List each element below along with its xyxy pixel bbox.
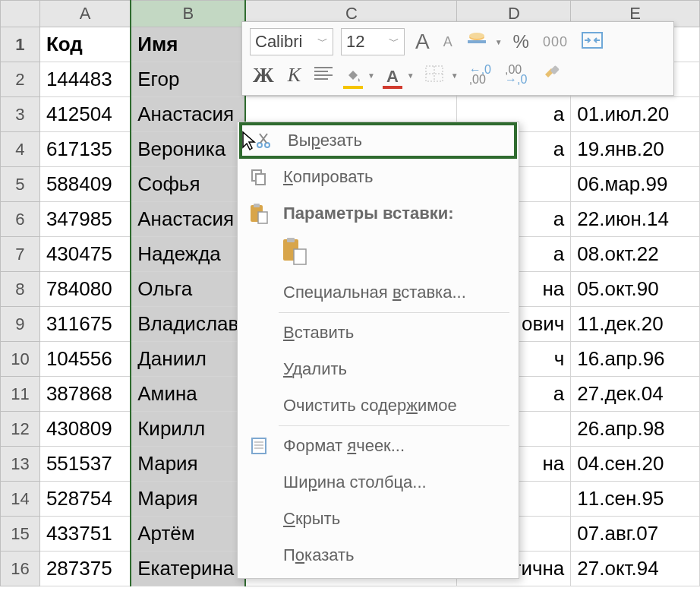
context-menu-paste-options-label: Параметры вставки: (238, 195, 519, 232)
cell[interactable]: Владислав (131, 307, 245, 342)
font-size-select[interactable]: 12 ﹀ (341, 28, 405, 55)
row-header[interactable]: 16 (1, 552, 40, 586)
cell[interactable]: 144483 (39, 62, 131, 97)
cell[interactable]: 08.окт.22 (571, 237, 700, 272)
cell[interactable]: Анастасия (131, 97, 245, 132)
cell[interactable]: Код (39, 27, 131, 62)
row-header[interactable]: 1 (1, 27, 40, 62)
cell[interactable]: 287375 (39, 552, 131, 586)
increase-decimal-button[interactable]: ←,0,00 (466, 64, 494, 87)
cell[interactable]: Ольга (131, 272, 245, 307)
cell[interactable]: 551537 (39, 447, 131, 482)
cell[interactable]: 11.сен.95 (571, 482, 700, 517)
row-header[interactable]: 5 (1, 167, 40, 202)
cell[interactable]: 528754 (39, 482, 131, 517)
row-header[interactable]: 14 (1, 482, 40, 517)
font-name-select[interactable]: Calibri ﹀ (250, 28, 333, 55)
cell[interactable]: 27.дек.04 (571, 377, 700, 412)
cell[interactable]: 05.окт.90 (571, 272, 700, 307)
font-color-button[interactable]: A (383, 69, 402, 81)
context-menu-column-width[interactable]: Ширина столбца... (238, 464, 519, 501)
context-menu-insert[interactable]: Вставить (238, 314, 519, 351)
cell[interactable]: Софья (131, 167, 245, 202)
cell[interactable]: 26.апр.98 (571, 412, 700, 447)
fill-color-button[interactable] (343, 69, 363, 81)
context-menu-clear[interactable]: Очистить содержимое (238, 387, 519, 424)
cell[interactable]: 04.сен.20 (571, 447, 700, 482)
svg-rect-19 (254, 204, 260, 207)
cell[interactable]: Надежда (131, 237, 245, 272)
chevron-down-icon[interactable]: ▼ (407, 71, 415, 80)
cell[interactable]: 104556 (39, 342, 131, 377)
context-menu-show[interactable]: Показать (238, 537, 519, 574)
cell[interactable]: 433751 (39, 517, 131, 552)
cell[interactable]: 11.дек.20 (571, 307, 700, 342)
grow-font-button[interactable]: A (412, 30, 433, 54)
merge-button[interactable] (579, 30, 606, 53)
row-header[interactable]: 15 (1, 517, 40, 552)
row-header[interactable]: 3 (1, 97, 40, 132)
cell[interactable]: Егор (131, 62, 245, 97)
cell[interactable]: 412504 (39, 97, 131, 132)
cell[interactable]: Даниил (131, 342, 245, 377)
cell[interactable]: 01.июл.20 (571, 97, 700, 132)
cell[interactable]: 19.янв.20 (571, 132, 700, 167)
col-header-a[interactable]: A (39, 1, 131, 27)
context-menu-delete[interactable]: Удалить (238, 351, 519, 387)
cell[interactable]: Анастасия (131, 202, 245, 237)
paste-option-default[interactable] (282, 237, 307, 269)
shrink-font-button[interactable]: A (440, 33, 456, 50)
format-painter-button[interactable] (538, 62, 565, 88)
row-header[interactable]: 2 (1, 62, 40, 97)
cell[interactable]: Мария (131, 447, 245, 482)
context-menu-paste-special[interactable]: Специальная вставка... (238, 274, 519, 311)
context-menu-label: Копировать (283, 167, 373, 187)
chevron-down-icon[interactable]: ▼ (451, 71, 459, 80)
italic-button[interactable]: К (285, 64, 304, 87)
cell[interactable]: Имя (131, 27, 245, 62)
cell[interactable]: 617135 (39, 132, 131, 167)
context-menu-hide[interactable]: Скрыть (238, 501, 519, 537)
cell[interactable]: Кирилл (131, 412, 245, 447)
context-menu-format-cells[interactable]: Формат ячеек... (238, 428, 519, 464)
cell[interactable]: 27.окт.94 (571, 552, 700, 586)
align-button[interactable] (311, 65, 336, 86)
cell[interactable]: 06.мар.99 (571, 167, 700, 202)
cell[interactable]: 22.июн.14 (571, 202, 700, 237)
row-header[interactable]: 4 (1, 132, 40, 167)
row-header[interactable]: 7 (1, 237, 40, 272)
cell[interactable]: 387868 (39, 377, 131, 412)
cell[interactable]: 588409 (39, 167, 131, 202)
cell[interactable]: 347985 (39, 202, 131, 237)
cell[interactable]: 07.авг.07 (571, 517, 700, 552)
row-header[interactable]: 9 (1, 307, 40, 342)
context-menu-cut[interactable]: Вырезать (239, 122, 517, 159)
cell[interactable]: Екатерина (131, 552, 245, 586)
select-all-corner[interactable] (1, 1, 40, 27)
cell[interactable]: Амина (131, 377, 245, 412)
cell[interactable]: Мария (131, 482, 245, 517)
row-header[interactable]: 12 (1, 412, 40, 447)
context-menu-copy[interactable]: Копировать (238, 159, 519, 195)
cell[interactable]: Вероника (131, 132, 245, 167)
comma-format-button[interactable]: 000 (540, 33, 571, 50)
percent-format-button[interactable]: % (510, 31, 532, 52)
bold-button[interactable]: Ж (250, 63, 277, 87)
chevron-down-icon[interactable]: ▼ (367, 71, 375, 80)
cell[interactable]: 430809 (39, 412, 131, 447)
cell[interactable]: Артём (131, 517, 245, 552)
borders-button[interactable] (422, 64, 446, 87)
row-header[interactable]: 8 (1, 272, 40, 307)
accounting-format-button[interactable] (463, 30, 490, 54)
cell[interactable]: 430475 (39, 237, 131, 272)
row-header[interactable]: 11 (1, 377, 40, 412)
row-header[interactable]: 13 (1, 447, 40, 482)
cell[interactable]: 784080 (39, 272, 131, 307)
decrease-decimal-button[interactable]: ,00→,0 (502, 64, 530, 87)
row-header[interactable]: 6 (1, 202, 40, 237)
chevron-down-icon[interactable]: ▼ (495, 38, 503, 46)
cell[interactable]: 311675 (39, 307, 131, 342)
col-header-b[interactable]: B (131, 1, 245, 27)
row-header[interactable]: 10 (1, 342, 40, 377)
cell[interactable]: 16.апр.96 (571, 342, 700, 377)
